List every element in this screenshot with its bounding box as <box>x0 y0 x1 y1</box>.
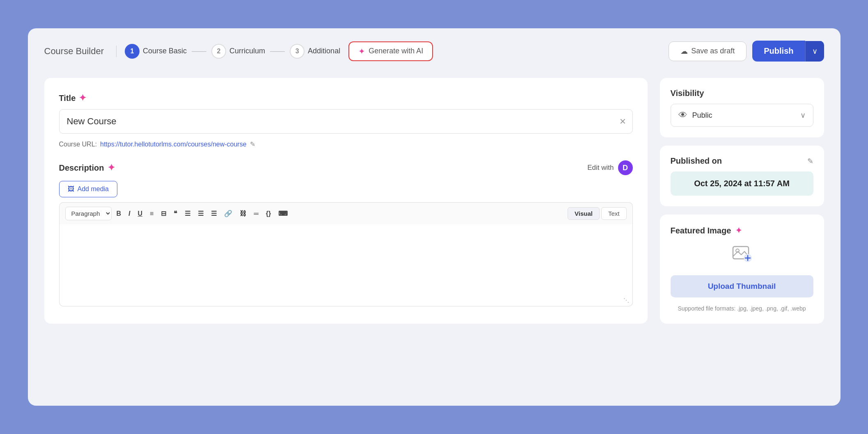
step-1-label: Course Basic <box>143 47 187 55</box>
align-right-button[interactable]: ☰ <box>208 208 219 219</box>
course-url-prefix: Course URL: <box>59 141 97 148</box>
step-2-circle: 2 <box>211 44 226 59</box>
step-3[interactable]: 3 Additional <box>290 44 340 59</box>
visibility-left: 👁 Public <box>678 110 712 121</box>
left-panel: Title ✦ ✕ Course URL: https://tutor.hell… <box>44 78 648 324</box>
cloud-icon: ☁ <box>680 47 688 56</box>
right-panel: Visibility 👁 Public ∨ Published on ✎ Oct… <box>660 78 824 324</box>
underline-button[interactable]: U <box>135 208 145 219</box>
toolbar-left: Paragraph B I U ≡ ⊟ ❝ ☰ ☰ ☰ 🔗 ⛓ ═ {} ⌨ <box>65 207 291 220</box>
unordered-list-button[interactable]: ≡ <box>147 208 156 219</box>
save-draft-label: Save as draft <box>691 47 735 55</box>
featured-image-title: Featured Image <box>671 226 731 235</box>
published-date: Oct 25, 2024 at 11:57 AM <box>671 171 813 196</box>
nav-divider <box>116 46 117 57</box>
generate-ai-button[interactable]: ✦ Generate with AI <box>348 41 433 61</box>
blockquote-button[interactable]: ❝ <box>171 208 180 219</box>
top-nav: Course Builder 1 Course Basic —— 2 Curri… <box>44 41 824 62</box>
link-button[interactable]: 🔗 <box>222 208 235 219</box>
editor-body[interactable]: ⋱ <box>59 224 633 306</box>
visibility-label: Public <box>692 111 712 120</box>
editor-resize-handle[interactable]: ⋱ <box>623 297 629 304</box>
step-3-label: Additional <box>308 47 340 55</box>
step-1-dash: —— <box>192 47 206 55</box>
italic-button[interactable]: I <box>126 208 133 219</box>
visibility-card: Visibility 👁 Public ∨ <box>660 78 824 137</box>
upload-area: Upload Thumbnail Supported file formats:… <box>671 243 813 313</box>
divi-icon[interactable]: D <box>618 160 633 175</box>
sparkle-icon: ✦ <box>358 46 365 56</box>
step-group: 1 Course Basic —— 2 Curriculum —— 3 Addi… <box>125 44 340 59</box>
published-header: Published on ✎ <box>671 156 813 166</box>
content-area: Title ✦ ✕ Course URL: https://tutor.hell… <box>44 78 824 324</box>
description-header: Description ✦ Edit with D <box>59 160 633 175</box>
course-url-link[interactable]: https://tutor.hellotutorlms.com/courses/… <box>100 141 247 148</box>
course-url: Course URL: https://tutor.hellotutorlms.… <box>59 140 633 148</box>
bold-button[interactable]: B <box>114 208 124 219</box>
step-2-dash: —— <box>270 47 285 55</box>
add-media-label: Add media <box>78 185 109 193</box>
generate-ai-label: Generate with AI <box>369 47 423 55</box>
published-on-card: Published on ✎ Oct 25, 2024 at 11:57 AM <box>660 146 824 206</box>
edit-with: Edit with D <box>587 160 632 175</box>
file-formats-text: Supported file formats: .jpg, .jpeg, .pn… <box>678 304 806 313</box>
title-text: Title <box>59 94 76 103</box>
ordered-list-button[interactable]: ⊟ <box>158 208 169 219</box>
upload-thumbnail-button[interactable]: Upload Thumbnail <box>671 275 813 297</box>
edit-published-icon[interactable]: ✎ <box>807 157 813 166</box>
description-label: Description ✦ <box>59 162 115 173</box>
main-card: Course Builder 1 Course Basic —— 2 Curri… <box>28 28 841 406</box>
publish-btn-group: Publish ∨ <box>752 41 824 62</box>
chevron-down-icon: ∨ <box>812 47 818 55</box>
publish-button[interactable]: Publish <box>752 41 805 62</box>
featured-image-card: Featured Image ✦ <box>660 215 824 324</box>
format-select[interactable]: Paragraph <box>65 207 112 220</box>
featured-header: Featured Image ✦ <box>671 225 813 236</box>
title-input[interactable] <box>59 109 633 134</box>
align-left-button[interactable]: ☰ <box>182 208 193 219</box>
horizontal-rule-button[interactable]: ═ <box>251 208 261 219</box>
breadcrumb-title: Course Builder <box>44 46 104 57</box>
add-media-icon: 🖼 <box>68 185 74 193</box>
visibility-select[interactable]: 👁 Public ∨ <box>671 104 813 127</box>
description-sparkle-icon: ✦ <box>108 162 115 173</box>
visibility-title: Visibility <box>671 89 813 98</box>
title-input-wrapper: ✕ <box>59 109 633 134</box>
code-button[interactable]: {} <box>263 208 273 219</box>
upload-image-icon <box>731 243 753 269</box>
visual-view-button[interactable]: Visual <box>568 207 600 220</box>
toolbar-right: Visual Text <box>568 207 626 220</box>
editor-toolbar: Paragraph B I U ≡ ⊟ ❝ ☰ ☰ ☰ 🔗 ⛓ ═ {} ⌨ <box>59 202 633 224</box>
title-sparkle-icon: ✦ <box>79 93 86 103</box>
clear-title-button[interactable]: ✕ <box>619 116 626 126</box>
description-text: Description <box>59 163 104 173</box>
eye-icon: 👁 <box>678 110 687 121</box>
title-label: Title ✦ <box>59 93 633 103</box>
step-2[interactable]: 2 Curriculum <box>211 44 265 59</box>
save-draft-button[interactable]: ☁ Save as draft <box>669 41 747 61</box>
keyboard-button[interactable]: ⌨ <box>276 208 290 219</box>
step-2-label: Curriculum <box>229 47 265 55</box>
chevron-down-icon: ∨ <box>800 111 806 120</box>
text-view-button[interactable]: Text <box>601 207 627 220</box>
step-1[interactable]: 1 Course Basic <box>125 44 187 59</box>
align-center-button[interactable]: ☰ <box>195 208 206 219</box>
nav-right: ☁ Save as draft Publish ∨ <box>669 41 824 62</box>
edit-url-icon[interactable]: ✎ <box>250 140 255 148</box>
step-3-circle: 3 <box>290 44 305 59</box>
edit-with-label: Edit with <box>587 164 614 172</box>
step-1-circle: 1 <box>125 44 140 59</box>
publish-dropdown-button[interactable]: ∨ <box>805 41 824 62</box>
published-on-title: Published on <box>671 156 722 166</box>
add-media-button[interactable]: 🖼 Add media <box>59 181 118 197</box>
featured-sparkle-icon: ✦ <box>735 225 742 236</box>
unlink-button[interactable]: ⛓ <box>237 208 249 219</box>
